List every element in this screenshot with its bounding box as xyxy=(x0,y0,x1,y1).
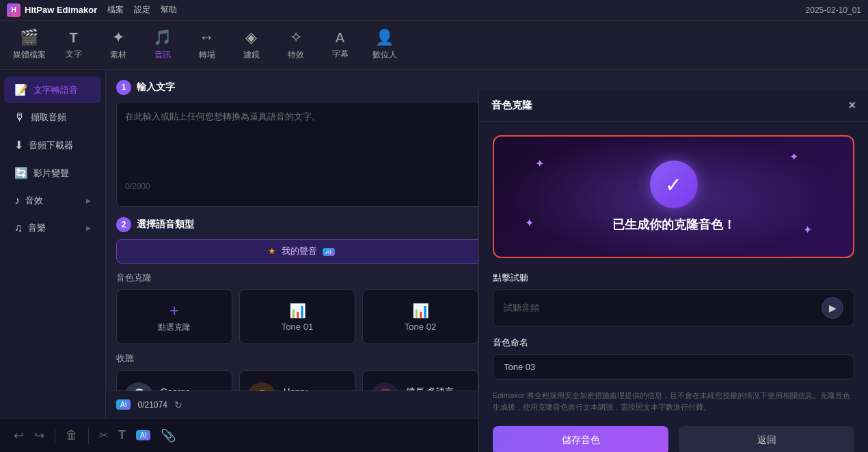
sidebar-item-effects[interactable]: ♪ 音效 xyxy=(4,188,101,214)
download-icon: ⬇ xyxy=(14,139,23,152)
char-count: 0/2000 xyxy=(125,182,150,191)
effect-icon: ✧ xyxy=(290,29,302,46)
add-clone-card[interactable]: + 點選克隆 xyxy=(116,289,232,344)
toolbar-effect-label: 特效 xyxy=(288,49,304,61)
toolbar-transition-label: 轉場 xyxy=(199,49,215,61)
action-buttons: 儲存音色 返回 xyxy=(493,426,854,452)
sidebar-tts-label: 文字轉語音 xyxy=(33,84,78,96)
split-button[interactable]: ✂ xyxy=(99,429,108,442)
sidebar-extract-label: 擷取音頻 xyxy=(31,111,66,124)
text-button[interactable]: T xyxy=(118,428,126,442)
sparkle1: ✦ xyxy=(535,157,544,170)
toolbar-transition[interactable]: ↔ 轉場 xyxy=(185,25,229,66)
toolbar: 🎬 媒體檔案 T 文字 ✦ 素材 🎵 音訊 ↔ 轉場 ◈ 濾鏡 ✧ 特效 A 字… xyxy=(0,20,868,70)
listen-section: 點擊試聽 試聽音頻 ▶ xyxy=(493,272,854,326)
privacy-text: Edimakor 將全程採用安全加密措施處理提供的信息，且不會在未經您授權的情況… xyxy=(493,390,854,412)
toolbar-text-label: 文字 xyxy=(66,48,82,60)
menu-help[interactable]: 幫助 xyxy=(161,4,177,16)
toolbar-material-label: 素材 xyxy=(110,49,126,61)
tone01-label: Tone 01 xyxy=(282,322,313,332)
sidebar-item-tts[interactable]: 📝 文字轉語音 xyxy=(4,76,101,103)
app-name: HitPaw Edimakor xyxy=(25,5,97,15)
step1-num: 1 xyxy=(116,80,131,95)
ai-tool-badge: AI xyxy=(136,430,150,440)
toolbar-audio[interactable]: 🎵 音訊 xyxy=(140,25,185,66)
overlay-header: 音色克隆 × xyxy=(479,90,868,122)
clip-button[interactable]: 📎 xyxy=(161,428,176,443)
name-section: 音色命名 xyxy=(493,337,854,380)
overlay-close-button[interactable]: × xyxy=(848,98,856,113)
sidebar-effects-label: 音效 xyxy=(25,195,43,207)
filter-icon: ◈ xyxy=(245,29,257,46)
tone01-card[interactable]: 📊 Tone 01 xyxy=(239,289,355,344)
toolbar-digital-label: 數位人 xyxy=(372,49,397,61)
tab-my-voice[interactable]: ★ 我的聲音 AI xyxy=(116,239,487,264)
step2-num: 2 xyxy=(116,217,131,232)
digital-icon: 👤 xyxy=(375,29,394,46)
effects-icon: ♪ xyxy=(14,195,20,207)
tone02-card[interactable]: 📊 Tone 02 xyxy=(362,289,478,344)
undo-button[interactable]: ↩ xyxy=(14,428,24,443)
name-label: 音色命名 xyxy=(493,337,854,349)
clone-preview: ✦ ✦ ✦ ✦ ✓ 已生成你的克隆音色！ xyxy=(493,135,854,258)
transition-icon: ↔ xyxy=(200,29,215,46)
toolbar-filter-label: 濾鏡 xyxy=(243,49,260,61)
sidebar: 📝 文字轉語音 🎙 擷取音頻 ⬇ 音頻下載器 🔄 影片變聲 ♪ 音效 ♫ 音樂 xyxy=(0,70,106,452)
save-voice-button[interactable]: 儲存音色 xyxy=(493,426,668,452)
extract-icon: 🎙 xyxy=(14,111,25,124)
sidebar-item-extract[interactable]: 🎙 擷取音頻 xyxy=(4,104,101,130)
name-input[interactable] xyxy=(493,354,854,380)
audio-icon: 🎵 xyxy=(153,29,172,46)
toolbar-media-label: 媒體檔案 xyxy=(13,49,46,61)
toolbar-material[interactable]: ✦ 素材 xyxy=(96,25,140,66)
listen-label: 點擊試聽 xyxy=(493,272,854,284)
logo-icon: H xyxy=(7,3,21,17)
add-icon: + xyxy=(169,301,179,320)
tts-icon: 📝 xyxy=(14,83,28,96)
caption-icon: A xyxy=(336,30,344,46)
sparkle4: ✦ xyxy=(803,223,812,236)
sparkle3: ✦ xyxy=(525,216,534,229)
text-icon: T xyxy=(69,30,77,46)
refresh-icon[interactable]: ↻ xyxy=(174,399,182,410)
titlebar-date: 2025-02-10_01 xyxy=(806,5,861,15)
titlebar-menus: 檔案 設定 幫助 xyxy=(107,4,177,16)
listen-bar: 試聽音頻 ▶ xyxy=(493,289,854,326)
toolbar-filter[interactable]: ◈ 濾鏡 xyxy=(229,25,273,66)
music-icon: ♫ xyxy=(14,222,23,234)
return-button[interactable]: 返回 xyxy=(679,426,854,452)
check-circle: ✓ xyxy=(650,160,698,208)
toolbar-effect[interactable]: ✧ 特效 xyxy=(273,25,318,66)
app-logo: H HitPaw Edimakor xyxy=(7,3,97,17)
ai-button[interactable]: AI xyxy=(136,430,150,440)
ai-indicator: AI xyxy=(116,399,131,410)
toolbar-digital[interactable]: 👤 數位人 xyxy=(362,25,407,66)
star-icon: ★ xyxy=(268,246,276,256)
sidebar-item-video-change[interactable]: 🔄 影片變聲 xyxy=(4,160,101,186)
toolbar-text[interactable]: T 文字 xyxy=(51,25,96,66)
sidebar-music-label: 音樂 xyxy=(28,222,46,234)
add-clone-label: 點選克隆 xyxy=(158,322,191,333)
redo-button[interactable]: ↪ xyxy=(34,428,44,443)
sidebar-item-download[interactable]: ⬇ 音頻下載器 xyxy=(4,132,101,158)
menu-file[interactable]: 檔案 xyxy=(107,4,124,16)
material-icon: ✦ xyxy=(112,29,124,46)
media-icon: 🎬 xyxy=(20,29,38,46)
tone02-label: Tone 02 xyxy=(405,322,436,332)
menu-settings[interactable]: 設定 xyxy=(134,4,150,16)
toolbar-media[interactable]: 🎬 媒體檔案 xyxy=(7,25,51,66)
step2-label: 選擇語音類型 xyxy=(137,218,194,231)
titlebar: H HitPaw Edimakor 檔案 設定 幫助 2025-02-10_01 xyxy=(0,0,868,20)
toolbar-caption-label: 字幕 xyxy=(332,48,349,60)
step1-label: 輸入文字 xyxy=(137,81,175,94)
sparkle2: ✦ xyxy=(789,150,798,163)
video-change-icon: 🔄 xyxy=(14,167,28,180)
play-button[interactable]: ▶ xyxy=(822,297,843,319)
sidebar-item-music[interactable]: ♫ 音樂 xyxy=(4,215,101,241)
delete-button[interactable]: 🗑 xyxy=(66,428,78,442)
clone-preview-text: 已生成你的克隆音色！ xyxy=(612,216,735,233)
tools-separator1 xyxy=(55,427,55,444)
toolbar-caption[interactable]: A 字幕 xyxy=(318,25,362,66)
ai-badge: AI xyxy=(323,248,336,256)
tools-separator2 xyxy=(88,427,89,444)
